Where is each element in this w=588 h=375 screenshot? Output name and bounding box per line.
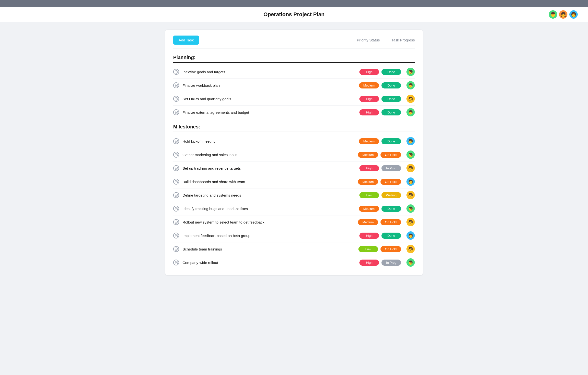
task-checkbox[interactable]: [173, 152, 179, 158]
table-row[interactable]: Set up tracking and revenue targets High…: [173, 162, 415, 175]
status-badge: Done: [381, 109, 401, 115]
task-badges: Low On Hold 🧑: [358, 245, 415, 253]
task-name: Build dashboards and share with team: [183, 180, 358, 184]
task-badges: Medium On Hold 👦: [358, 150, 415, 159]
main-content: Add Task Priority Status Task Progress P…: [165, 30, 423, 275]
page-title: Operations Project Plan: [263, 11, 324, 18]
table-row[interactable]: Build dashboards and share with team Med…: [173, 175, 415, 188]
col-progress-label: Task Progress: [392, 38, 415, 42]
col-priority-label: Priority Status: [357, 38, 380, 42]
status-badge: Done: [381, 96, 401, 102]
priority-badge: Medium: [358, 179, 378, 185]
avatar: 🧑: [406, 231, 415, 240]
task-badges: High Done 🧑: [359, 95, 415, 103]
task-checkbox[interactable]: [173, 233, 179, 238]
avatar: 👦: [406, 81, 415, 89]
task-name: Set up tracking and revenue targets: [183, 166, 359, 170]
task-checkbox[interactable]: [173, 165, 179, 171]
table-row[interactable]: Finalize workback plan Medium Done 👦: [173, 79, 415, 92]
task-badges: Low Waiting 🧑: [359, 191, 415, 199]
task-badges: Medium Done 👦: [359, 204, 415, 213]
task-checkbox[interactable]: [173, 109, 179, 115]
add-task-button[interactable]: Add Task: [173, 36, 199, 45]
status-badge: Done: [381, 69, 401, 75]
header-avatars: 👦 👧 🧑: [548, 10, 578, 19]
task-checkbox[interactable]: [173, 82, 179, 88]
table-row[interactable]: Implement feedback based on beta group H…: [173, 229, 415, 242]
status-badge: In Prog: [381, 165, 401, 171]
table-row[interactable]: Schedule team trainings Low On Hold 🧑: [173, 242, 415, 256]
toolbar-labels: Priority Status Task Progress: [357, 38, 415, 42]
task-badges: Medium On Hold 🧑: [358, 177, 415, 186]
task-name: Initiative goals and targets: [183, 70, 359, 74]
sections-container: Planning: Initiative goals and targets H…: [173, 55, 415, 269]
task-name: Rollout new system to select team to get…: [183, 220, 358, 224]
avatar: 🧑: [406, 164, 415, 172]
avatar: 👦: [406, 150, 415, 159]
avatar: 👦: [406, 204, 415, 213]
section-title-0: Planning:: [173, 55, 415, 63]
avatar: 🧑: [406, 95, 415, 103]
priority-badge: Medium: [359, 82, 379, 88]
status-badge: On Hold: [380, 219, 401, 225]
header: Operations Project Plan 👦 👧 🧑: [0, 7, 588, 22]
avatar: 🧑: [406, 218, 415, 226]
table-row[interactable]: Gather marketing and sales input Medium …: [173, 148, 415, 162]
priority-badge: High: [359, 260, 379, 266]
priority-badge: Medium: [358, 219, 378, 225]
status-badge: Waiting: [381, 192, 401, 198]
top-bar: [0, 0, 588, 7]
table-row[interactable]: Finalize external agreements and budget …: [173, 106, 415, 119]
avatar: 👦: [406, 68, 415, 76]
priority-badge: High: [359, 109, 379, 115]
table-row[interactable]: Identify tracking bugs and prioritize fi…: [173, 202, 415, 215]
table-row[interactable]: Initiative goals and targets High Done 👦: [173, 65, 415, 79]
task-checkbox[interactable]: [173, 138, 179, 144]
table-row[interactable]: Hold kickoff meeting Medium Done 🧑: [173, 135, 415, 148]
table-row[interactable]: Company-wide rollout High In Prog 👦: [173, 256, 415, 269]
task-name: Identify tracking bugs and prioritize fi…: [183, 207, 359, 211]
status-badge: In Prog: [381, 260, 401, 266]
avatar-3: 🧑: [569, 10, 578, 19]
status-badge: On Hold: [380, 152, 401, 158]
priority-badge: High: [359, 96, 379, 102]
task-name: Define targeting and systems needs: [183, 193, 359, 197]
table-row[interactable]: Rollout new system to select team to get…: [173, 215, 415, 229]
task-checkbox[interactable]: [173, 96, 179, 102]
task-checkbox[interactable]: [173, 260, 179, 265]
priority-badge: Low: [358, 246, 378, 252]
task-name: Implement feedback based on beta group: [183, 234, 359, 238]
task-checkbox[interactable]: [173, 246, 179, 252]
status-badge: Done: [381, 138, 401, 144]
status-badge: Done: [381, 82, 401, 88]
priority-badge: Medium: [359, 138, 379, 144]
avatar-1: 👦: [548, 10, 558, 19]
table-row[interactable]: Define targeting and systems needs Low W…: [173, 188, 415, 202]
task-checkbox[interactable]: [173, 192, 179, 198]
task-badges: Medium Done 👦: [359, 81, 415, 89]
avatar: 🧑: [406, 191, 415, 199]
task-checkbox[interactable]: [173, 69, 179, 75]
task-badges: High Done 👦: [359, 68, 415, 76]
status-badge: On Hold: [380, 179, 401, 185]
toolbar: Add Task Priority Status Task Progress: [173, 36, 415, 49]
priority-badge: Low: [359, 192, 379, 198]
avatar: 🧑: [406, 245, 415, 253]
task-badges: Medium On Hold 🧑: [358, 218, 415, 226]
priority-badge: High: [359, 69, 379, 75]
task-badges: High In Prog 👦: [359, 258, 415, 267]
avatar: 👦: [406, 108, 415, 116]
task-name: Hold kickoff meeting: [183, 139, 359, 143]
status-badge: On Hold: [380, 246, 401, 252]
task-name: Finalize external agreements and budget: [183, 110, 359, 114]
avatar: 👦: [406, 258, 415, 267]
avatar: 🧑: [406, 177, 415, 186]
task-checkbox[interactable]: [173, 206, 179, 212]
task-name: Gather marketing and sales input: [183, 153, 358, 157]
task-name: Company-wide rollout: [183, 261, 359, 265]
task-checkbox[interactable]: [173, 219, 179, 225]
table-row[interactable]: Set OKRs and quarterly goals High Done 🧑: [173, 92, 415, 106]
task-name: Finalize workback plan: [183, 83, 359, 88]
task-checkbox[interactable]: [173, 179, 179, 185]
task-badges: High In Prog 🧑: [359, 164, 415, 172]
